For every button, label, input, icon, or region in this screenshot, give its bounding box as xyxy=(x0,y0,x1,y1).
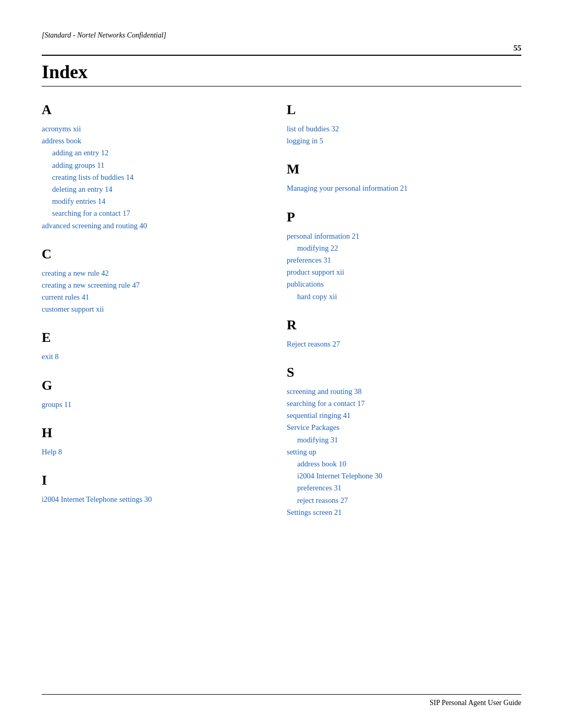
section-letter: E xyxy=(42,330,261,346)
right-section-l: Llist of buddies 32logging in 5 xyxy=(287,102,521,147)
footer-divider xyxy=(42,694,521,695)
footer-area: SIP Personal Agent User Guide xyxy=(0,694,563,707)
index-entry[interactable]: product support xii xyxy=(287,266,521,278)
confidential-text: [Standard - Nortel Networks Confidential… xyxy=(42,31,521,40)
index-entry[interactable]: customer support xii xyxy=(42,303,261,315)
index-entry[interactable]: preferences 31 xyxy=(287,482,521,494)
index-entry[interactable]: sequential ringing 41 xyxy=(287,410,521,422)
index-entry[interactable]: screening and routing 38 xyxy=(287,386,521,398)
left-section-i: Ii2004 Internet Telephone settings 30 xyxy=(42,473,261,505)
title-divider xyxy=(42,86,521,87)
section-letter: H xyxy=(42,425,261,441)
top-divider xyxy=(42,55,521,56)
index-entry[interactable]: address book xyxy=(42,135,261,147)
index-entry[interactable]: searching for a contact 17 xyxy=(42,207,261,219)
index-entry[interactable]: deleting an entry 14 xyxy=(42,183,261,195)
section-letter: P xyxy=(287,209,521,225)
index-entry[interactable]: i2004 Internet Telephone 30 xyxy=(287,470,521,482)
page-number: 55 xyxy=(42,44,521,53)
index-title: Index xyxy=(42,61,521,83)
index-entry[interactable]: adding groups 11 xyxy=(42,159,261,171)
section-letter: L xyxy=(287,102,521,118)
left-section-a: Aacronyms xiiaddress bookadding an entry… xyxy=(42,102,261,232)
index-entry[interactable]: searching for a contact 17 xyxy=(287,398,521,410)
section-letter: A xyxy=(42,102,261,118)
index-entry[interactable]: current rules 41 xyxy=(42,291,261,303)
index-entry[interactable]: personal information 21 xyxy=(287,230,521,242)
section-letter: G xyxy=(42,378,261,393)
right-section-m: MManaging your personal information 21 xyxy=(287,162,521,194)
index-entry[interactable]: Help 8 xyxy=(42,446,261,458)
index-entry[interactable]: advanced screening and routing 40 xyxy=(42,220,261,232)
index-entry[interactable]: modifying 22 xyxy=(287,242,521,254)
page-wrapper: [Standard - Nortel Networks Confidential… xyxy=(0,0,563,728)
left-column: Aacronyms xiiaddress bookadding an entry… xyxy=(42,102,282,533)
index-entry[interactable]: hard copy xii xyxy=(287,291,521,303)
left-section-g: Ggroups 11 xyxy=(42,378,261,411)
right-section-r: RReject reasons 27 xyxy=(287,317,521,350)
index-entry[interactable]: groups 11 xyxy=(42,399,261,411)
right-section-s: Sscreening and routing 38searching for a… xyxy=(287,365,521,519)
section-letter: R xyxy=(287,317,521,333)
section-letter: I xyxy=(42,473,261,488)
index-entry[interactable]: acronyms xii xyxy=(42,123,261,135)
index-entry[interactable]: modifying 31 xyxy=(287,434,521,446)
index-entry[interactable]: i2004 Internet Telephone settings 30 xyxy=(42,493,261,505)
footer-text: SIP Personal Agent User Guide xyxy=(42,699,521,707)
index-entry[interactable]: Service Packages xyxy=(287,422,521,434)
index-entry[interactable]: adding an entry 12 xyxy=(42,147,261,159)
right-column: Llist of buddies 32logging in 5MManaging… xyxy=(282,102,521,533)
index-entry[interactable]: reject reasons 27 xyxy=(287,495,521,507)
left-section-c: Ccreating a new rule 42creating a new sc… xyxy=(42,246,261,316)
index-entry[interactable]: creating a new rule 42 xyxy=(42,267,261,279)
index-entry[interactable]: Reject reasons 27 xyxy=(287,338,521,350)
index-entry[interactable]: exit 8 xyxy=(42,351,261,363)
section-letter: M xyxy=(287,162,521,177)
right-section-p: Ppersonal information 21modifying 22pref… xyxy=(287,209,521,303)
left-section-h: HHelp 8 xyxy=(42,425,261,458)
section-letter: C xyxy=(42,246,261,262)
section-letter: S xyxy=(287,365,521,380)
header-area: [Standard - Nortel Networks Confidential… xyxy=(0,0,563,87)
index-entry[interactable]: address book 10 xyxy=(287,458,521,470)
left-section-e: Eexit 8 xyxy=(42,330,261,363)
content-area: Aacronyms xiiaddress bookadding an entry… xyxy=(0,102,563,533)
index-entry[interactable]: setting up xyxy=(287,446,521,458)
index-entry[interactable]: publications xyxy=(287,278,521,290)
index-entry[interactable]: Settings screen 21 xyxy=(287,507,521,519)
index-entry[interactable]: creating a new screening rule 47 xyxy=(42,279,261,291)
index-entry[interactable]: Managing your personal information 21 xyxy=(287,182,521,194)
index-entry[interactable]: list of buddies 32 xyxy=(287,123,521,135)
index-entry[interactable]: modify entries 14 xyxy=(42,195,261,207)
index-entry[interactable]: creating lists of buddies 14 xyxy=(42,171,261,183)
index-entry[interactable]: preferences 31 xyxy=(287,254,521,266)
index-entry[interactable]: logging in 5 xyxy=(287,135,521,147)
